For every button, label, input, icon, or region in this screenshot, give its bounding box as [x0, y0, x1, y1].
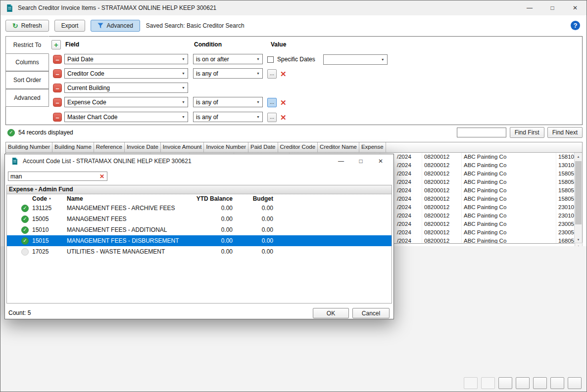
condition-dropdown[interactable]: is any of ▼	[193, 68, 263, 79]
help-button[interactable]: ?	[571, 21, 580, 30]
chevron-down-icon: ▼	[179, 86, 188, 89]
advanced-filter-icon	[98, 23, 103, 29]
refresh-button[interactable]: ↻ Refresh	[5, 20, 49, 32]
footer-button[interactable]	[516, 377, 530, 389]
specific-dates-label: Specific Dates	[277, 56, 315, 63]
dialog-close-button[interactable]: ✕	[371, 154, 391, 168]
clear-value-button[interactable]: ✕	[280, 99, 287, 106]
chevron-down-icon: ▼	[179, 57, 188, 61]
fund-group-header: Expense - Admin Fund	[7, 185, 391, 194]
clear-value-button[interactable]: ✕	[280, 114, 287, 121]
maximize-button[interactable]: □	[541, 0, 564, 15]
footer-button[interactable]	[550, 377, 564, 389]
footer-button[interactable]	[533, 377, 547, 389]
grid-column-header[interactable]: Paid Date	[248, 142, 278, 152]
dialog-minimize-button[interactable]: —	[331, 154, 351, 168]
field-dropdown-value: Current Building	[65, 85, 179, 91]
account-code: 15005	[29, 216, 66, 222]
account-row[interactable]: ✓ 15005 MANAGEMENT FEES 0.00 0.00	[7, 214, 391, 224]
scroll-up-button[interactable]: ▲	[575, 153, 582, 161]
condition-dropdown[interactable]: is on or after ▼	[193, 54, 263, 64]
filter-tab[interactable]: Restrict To	[5, 36, 49, 54]
remove-condition-button[interactable]: –	[53, 98, 62, 107]
clear-search-button[interactable]: ✕	[97, 174, 107, 179]
condition-dropdown-value: is any of	[194, 114, 254, 121]
app-window: Search Creditor Invoice Items - STRATAMA…	[0, 0, 587, 392]
close-button[interactable]: ✕	[564, 0, 587, 15]
records-count-label: 54 records displayed	[18, 129, 73, 136]
remove-condition-button[interactable]: –	[53, 113, 62, 122]
condition-dropdown[interactable]: is any of ▼	[193, 112, 263, 122]
grid-column-header[interactable]: Invoice Number	[204, 142, 248, 152]
field-dropdown[interactable]: Expense Code ▼	[64, 97, 188, 107]
field-dropdown[interactable]: Creditor Code ▼	[64, 68, 188, 79]
name-column-header[interactable]: Name	[66, 195, 193, 202]
filter-row-current-building: – Current Building ▼	[6, 83, 582, 93]
account-row[interactable]: ✓ 15015 MANAGEMENT FEES - DISBURSEMENT 0…	[7, 235, 391, 246]
grid-column-header[interactable]: Invoice Amount	[161, 142, 204, 152]
field-dropdown[interactable]: Master Chart Code ▼	[64, 112, 188, 122]
budget-column-header[interactable]: Budget	[233, 195, 273, 202]
value-column-header: Value	[271, 41, 286, 48]
field-dropdown[interactable]: Current Building ▼	[64, 83, 188, 93]
account-row[interactable]: ✓ 17025 UTILITIES - WASTE MANAGEMENT 0.0…	[7, 246, 391, 257]
account-name: MANAGEMENT FEES - DISBURSEMENT	[66, 237, 193, 244]
account-row[interactable]: ✓ 131125 MANAGEMENT FEES - ARCHIVE FEES …	[7, 203, 391, 214]
footer-button[interactable]	[498, 377, 512, 389]
condition-dropdown[interactable]: is any of ▼	[193, 97, 263, 107]
remove-condition-button[interactable]: –	[53, 55, 62, 64]
footer-button[interactable]	[568, 377, 582, 389]
export-button[interactable]: Export	[54, 20, 86, 32]
field-dropdown-value: Creditor Code	[65, 70, 179, 77]
account-name: MANAGEMENT FEES - ARCHIVE FEES	[66, 205, 193, 212]
account-row[interactable]: ✓ 15010 MANAGEMENT FEES - ADDITIONAL 0.0…	[7, 224, 391, 235]
date-dropdown[interactable]: ▼	[323, 54, 388, 65]
refresh-button-label: Refresh	[21, 22, 42, 29]
grid-column-header[interactable]: Building Number	[6, 142, 52, 152]
specific-dates-checkbox[interactable]	[267, 56, 274, 63]
grid-column-header[interactable]: Invoice Date	[125, 142, 161, 152]
creditor-code-cell: 08200012	[422, 237, 462, 243]
creditor-code-cell: 08200012	[422, 212, 462, 220]
cancel-button[interactable]: Cancel	[352, 308, 390, 318]
expense-code-cell: 15805	[556, 195, 575, 203]
ok-button[interactable]: OK	[313, 308, 349, 318]
expense-code-cell: 23005	[556, 220, 575, 228]
ytd-balance-column-header[interactable]: YTD Balance	[193, 195, 233, 202]
value-picker-button[interactable]: ...	[267, 98, 277, 107]
value-picker-button[interactable]: ...	[267, 69, 277, 79]
value-picker-button[interactable]: ...	[267, 113, 277, 122]
account-search-box: ✕	[8, 172, 107, 181]
grid-column-header[interactable]: Creditor Name	[318, 142, 359, 152]
vertical-scrollbar[interactable]: ▲ ▼	[574, 153, 582, 244]
grid-column-header[interactable]: Creditor Code	[278, 142, 318, 152]
grid-column-header[interactable]: Building Name	[52, 142, 94, 152]
condition-dropdown-value: is any of	[194, 70, 254, 77]
account-budget: 0.00	[233, 226, 273, 233]
dialog-maximize-button[interactable]: □	[351, 154, 371, 168]
ellipsis-icon: ...	[270, 71, 274, 76]
find-next-button[interactable]: Find Next	[547, 127, 583, 138]
expense-code-cell: 15805	[556, 170, 575, 178]
code-column-header[interactable]: Code▲	[29, 195, 66, 202]
grid-column-header[interactable]: Reference	[94, 142, 125, 152]
find-first-button[interactable]: Find First	[510, 127, 544, 138]
remove-condition-button[interactable]: –	[53, 69, 62, 78]
advanced-button[interactable]: Advanced	[91, 20, 140, 32]
grid-column-header[interactable]: Expense	[359, 142, 386, 152]
account-budget: 0.00	[233, 216, 273, 222]
find-input[interactable]	[457, 128, 506, 137]
creditor-name-cell: ABC Painting Co	[462, 153, 556, 161]
add-condition-button[interactable]: +	[51, 40, 61, 49]
clear-value-button[interactable]: ✕	[280, 70, 287, 78]
selected-check-icon: ✓	[21, 226, 29, 234]
maximize-icon: □	[550, 4, 554, 11]
minimize-icon: —	[527, 4, 533, 11]
minimize-button[interactable]: —	[518, 0, 541, 15]
field-dropdown[interactable]: Paid Date ▼	[64, 54, 188, 64]
remove-condition-button[interactable]: –	[53, 84, 62, 92]
footer-button-bar	[464, 377, 582, 389]
filter-row-creditor-code: – Creditor Code ▼ is any of ▼ ... ✕	[6, 68, 582, 79]
account-search-input[interactable]	[8, 173, 97, 180]
scrollbar-thumb[interactable]	[575, 161, 582, 224]
